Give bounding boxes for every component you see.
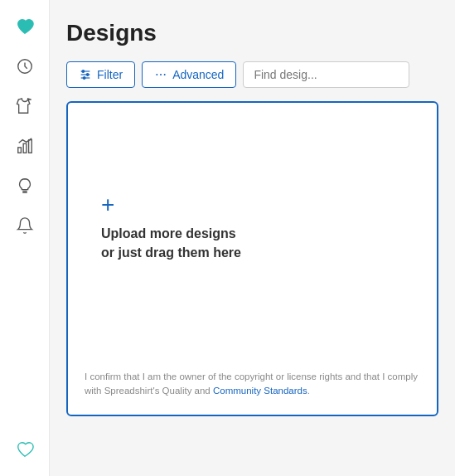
svg-rect-1 (17, 148, 21, 153)
svg-rect-2 (23, 143, 27, 153)
community-standards-link[interactable]: Community Standards (213, 386, 307, 396)
svg-point-12 (160, 74, 162, 75)
advanced-icon (154, 68, 167, 81)
svg-point-8 (82, 70, 85, 73)
sidebar-item-notifications[interactable] (8, 209, 41, 242)
page-title: Designs (66, 20, 438, 46)
advanced-button[interactable]: Advanced (142, 61, 236, 88)
toolbar: Filter Advanced (66, 61, 438, 88)
svg-point-9 (86, 74, 89, 76)
upload-footer-period: . (307, 386, 310, 396)
sidebar-item-wishlist[interactable] (8, 433, 41, 466)
svg-point-10 (83, 77, 85, 80)
upload-footer: I confirm that I am the owner of the cop… (85, 370, 420, 399)
sidebar-item-ideas[interactable] (8, 169, 41, 202)
upload-title-line1: Upload more designs (101, 226, 236, 240)
upload-card[interactable]: + Upload more designs or just drag them … (66, 101, 438, 416)
main-content: Designs Filter Advanced + (50, 0, 455, 476)
sidebar-bottom (8, 433, 41, 466)
filter-label: Filter (97, 68, 123, 81)
sidebar-item-favorites[interactable] (8, 10, 41, 43)
upload-title: Upload more designs or just drag them he… (101, 225, 241, 262)
upload-plus-icon: + (101, 193, 114, 216)
upload-area: + Upload more designs or just drag them … (85, 119, 420, 320)
sidebar-item-recent[interactable] (8, 50, 41, 83)
svg-point-11 (156, 74, 157, 75)
sidebar-item-products[interactable] (8, 90, 41, 123)
filter-icon (79, 68, 92, 81)
svg-rect-3 (28, 140, 31, 153)
sidebar (0, 0, 50, 476)
advanced-label: Advanced (172, 68, 224, 81)
sidebar-item-analytics[interactable] (8, 129, 41, 163)
sidebar-top (8, 10, 41, 242)
upload-title-line2: or just drag them here (101, 245, 241, 260)
filter-button[interactable]: Filter (66, 61, 135, 88)
svg-point-13 (164, 74, 166, 75)
search-input[interactable] (243, 61, 409, 88)
